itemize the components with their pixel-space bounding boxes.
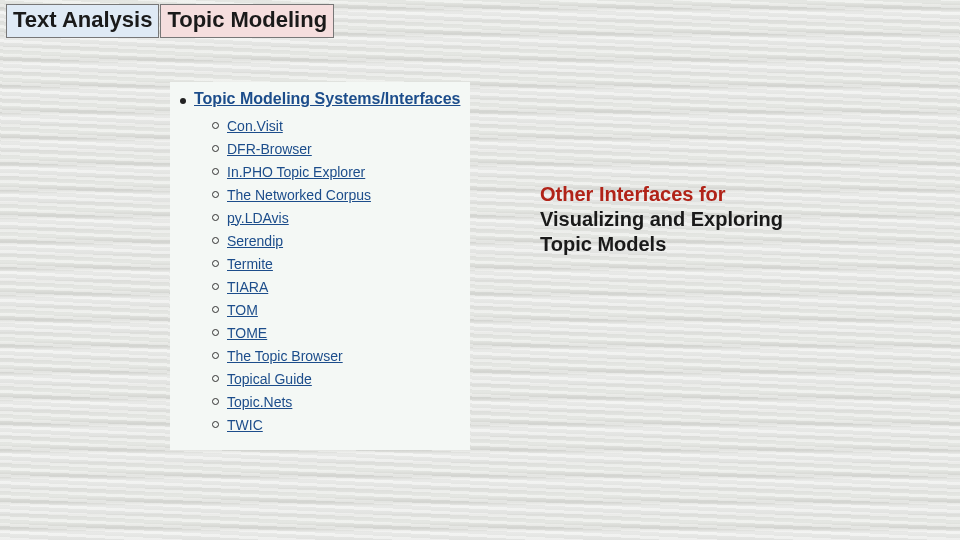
circle-icon (212, 421, 219, 428)
circle-icon (212, 329, 219, 336)
circle-icon (212, 283, 219, 290)
circle-icon (212, 122, 219, 129)
circle-icon (212, 191, 219, 198)
interfaces-list-panel: Topic Modeling Systems/Interfaces Con.Vi… (170, 82, 470, 450)
subtitle-line-1: Other Interfaces for (540, 183, 726, 205)
list-item: Serendip (212, 229, 462, 252)
interface-link[interactable]: TIARA (227, 279, 268, 295)
list-item: Con.Visit (212, 114, 462, 137)
list-heading-link[interactable]: Topic Modeling Systems/Interfaces (194, 90, 460, 108)
interface-link[interactable]: The Topic Browser (227, 348, 343, 364)
list-heading-row: Topic Modeling Systems/Interfaces (178, 88, 462, 114)
circle-icon (212, 352, 219, 359)
header-breadcrumb: Text Analysis Topic Modeling (6, 4, 334, 38)
list-item: In.PHO Topic Explorer (212, 160, 462, 183)
interface-link[interactable]: py.LDAvis (227, 210, 289, 226)
interface-link[interactable]: Con.Visit (227, 118, 283, 134)
circle-icon (212, 145, 219, 152)
list-item: Topic.Nets (212, 390, 462, 413)
interface-link[interactable]: The Networked Corpus (227, 187, 371, 203)
slide-subtitle: Other Interfaces for Visualizing and Exp… (540, 182, 800, 257)
list-item: Topical Guide (212, 367, 462, 390)
list-item: Termite (212, 252, 462, 275)
interface-link[interactable]: Serendip (227, 233, 283, 249)
interface-link[interactable]: Topic.Nets (227, 394, 292, 410)
interface-link[interactable]: TOM (227, 302, 258, 318)
subtitle-line-2: Visualizing and Exploring (540, 208, 783, 230)
interfaces-sublist: Con.Visit DFR-Browser In.PHO Topic Explo… (178, 114, 462, 436)
list-item: The Topic Browser (212, 344, 462, 367)
interface-link[interactable]: In.PHO Topic Explorer (227, 164, 365, 180)
breadcrumb-topic-modeling: Topic Modeling (160, 4, 334, 38)
list-item: TOME (212, 321, 462, 344)
list-item: TOM (212, 298, 462, 321)
interface-link[interactable]: TOME (227, 325, 267, 341)
interface-link[interactable]: TWIC (227, 417, 263, 433)
circle-icon (212, 306, 219, 313)
interface-link[interactable]: DFR-Browser (227, 141, 312, 157)
list-item: py.LDAvis (212, 206, 462, 229)
breadcrumb-text-analysis: Text Analysis (6, 4, 159, 38)
interface-link[interactable]: Termite (227, 256, 273, 272)
circle-icon (212, 398, 219, 405)
subtitle-line-3: Topic Models (540, 233, 666, 255)
circle-icon (212, 375, 219, 382)
circle-icon (212, 214, 219, 221)
circle-icon (212, 168, 219, 175)
list-item: TIARA (212, 275, 462, 298)
list-item: TWIC (212, 413, 462, 436)
list-item: The Networked Corpus (212, 183, 462, 206)
circle-icon (212, 237, 219, 244)
list-item: DFR-Browser (212, 137, 462, 160)
bullet-icon (180, 98, 186, 104)
interface-link[interactable]: Topical Guide (227, 371, 312, 387)
circle-icon (212, 260, 219, 267)
